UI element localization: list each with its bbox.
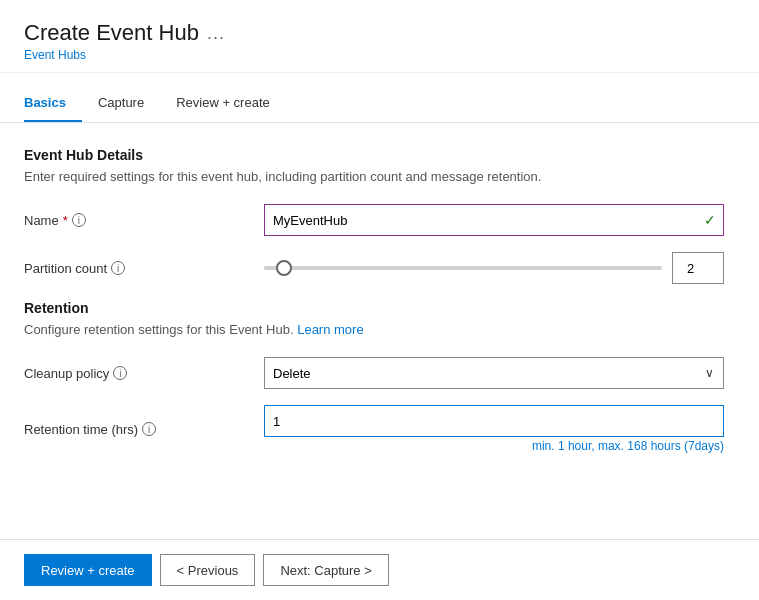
retention-time-info-icon[interactable]: i: [142, 422, 156, 436]
page-header: Create Event Hub ... Event Hubs: [0, 0, 759, 73]
retention-hint: min. 1 hour, max. 168 hours (7days): [264, 439, 724, 453]
review-create-button[interactable]: Review + create: [24, 554, 152, 586]
cleanup-row: Cleanup policy i Delete ∨: [24, 357, 735, 389]
main-content: Event Hub Details Enter required setting…: [0, 123, 759, 539]
page-title-text: Create Event Hub: [24, 20, 199, 46]
cleanup-select-wrap: Delete ∨: [264, 357, 724, 389]
cleanup-dropdown: Delete ∨: [264, 357, 724, 389]
retention-time-row: Retention time (hrs) i min. 1 hour, max.…: [24, 405, 735, 453]
partition-label: Partition count i: [24, 261, 264, 276]
learn-more-link[interactable]: Learn more: [297, 322, 363, 337]
section1-title: Event Hub Details: [24, 147, 735, 163]
name-input[interactable]: [264, 204, 724, 236]
name-info-icon[interactable]: i: [72, 213, 86, 227]
partition-info-icon[interactable]: i: [111, 261, 125, 275]
page-title-dots[interactable]: ...: [207, 23, 225, 44]
slider-container: [264, 258, 662, 278]
partition-label-text: Partition count: [24, 261, 107, 276]
name-check-icon: ✓: [704, 212, 716, 228]
partition-slider-wrap: [264, 252, 724, 284]
partition-value-input[interactable]: [672, 252, 724, 284]
slider-thumb[interactable]: [276, 260, 292, 276]
cleanup-label: Cleanup policy i: [24, 366, 264, 381]
retention-desc: Configure retention settings for this Ev…: [24, 322, 735, 337]
section1-desc: Enter required settings for this event h…: [24, 169, 735, 184]
retention-title: Retention: [24, 300, 735, 316]
name-label: Name * i: [24, 213, 264, 228]
retention-time-wrap: min. 1 hour, max. 168 hours (7days): [264, 405, 724, 453]
name-input-container: ✓: [264, 204, 724, 236]
partition-control-wrap: [264, 252, 724, 284]
cleanup-label-text: Cleanup policy: [24, 366, 109, 381]
footer: Review + create < Previous Next: Capture…: [0, 539, 759, 600]
tabs-bar: Basics Capture Review + create: [0, 85, 759, 123]
partition-row: Partition count i: [24, 252, 735, 284]
cleanup-info-icon[interactable]: i: [113, 366, 127, 380]
retention-desc-text: Configure retention settings for this Ev…: [24, 322, 294, 337]
slider-track: [264, 266, 662, 270]
page-subtitle: Event Hubs: [24, 48, 735, 62]
tab-review-create[interactable]: Review + create: [176, 85, 286, 122]
retention-time-label-text: Retention time (hrs): [24, 422, 138, 437]
event-hub-details-section: Event Hub Details Enter required setting…: [24, 147, 735, 284]
name-input-wrap: ✓: [264, 204, 724, 236]
cleanup-select[interactable]: Delete: [264, 357, 724, 389]
page-title: Create Event Hub ...: [24, 20, 735, 46]
tab-capture[interactable]: Capture: [98, 85, 160, 122]
tab-basics[interactable]: Basics: [24, 85, 82, 122]
retention-time-input[interactable]: [264, 405, 724, 437]
name-required-star: *: [63, 213, 68, 228]
retention-section: Retention Configure retention settings f…: [24, 300, 735, 453]
retention-time-label: Retention time (hrs) i: [24, 422, 264, 437]
next-capture-button[interactable]: Next: Capture >: [263, 554, 388, 586]
name-label-text: Name: [24, 213, 59, 228]
name-row: Name * i ✓: [24, 204, 735, 236]
previous-button[interactable]: < Previous: [160, 554, 256, 586]
